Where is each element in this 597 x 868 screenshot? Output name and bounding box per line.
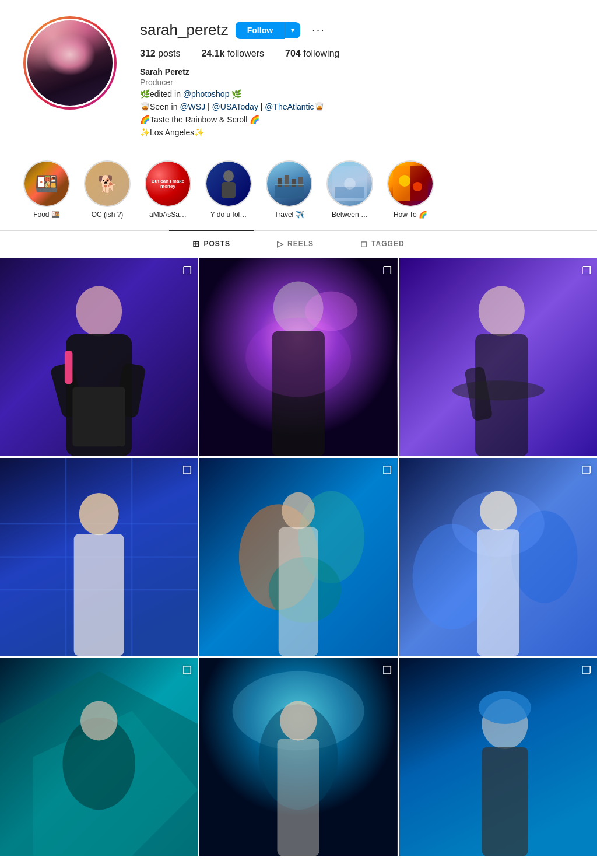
- svg-point-31: [452, 380, 544, 400]
- svg-rect-7: [275, 184, 304, 185]
- multi-post-icon-5: ❐: [382, 464, 392, 477]
- tab-tagged[interactable]: ◻ TAGGED: [337, 230, 427, 257]
- svg-point-13: [399, 175, 410, 187]
- svg-point-10: [344, 178, 356, 190]
- grid-icon: ⊞: [192, 239, 200, 249]
- highlight-between[interactable]: Between …: [326, 160, 373, 219]
- bio-line-2: 🥃Seen in @WSJ | @USAToday | @TheAtlantic…: [140, 101, 574, 113]
- tab-posts[interactable]: ⊞ POSTS: [169, 230, 254, 257]
- avatar[interactable]: [23, 16, 117, 110]
- avatar-wrapper: [23, 16, 117, 110]
- svg-rect-45: [279, 527, 318, 656]
- svg-point-44: [282, 492, 315, 529]
- multi-post-icon-2: ❐: [382, 264, 392, 277]
- post-item-2[interactable]: ❐: [199, 258, 397, 456]
- svg-rect-39: [74, 534, 124, 656]
- posts-grid: ❐ ❐: [0, 257, 597, 858]
- svg-rect-5: [292, 179, 296, 187]
- display-name: Sarah Peretz: [140, 67, 574, 76]
- bio-section: Sarah Peretz Producer 🌿edited in @photos…: [140, 67, 574, 139]
- tabs-section: ⊞ POSTS ▷ REELS ◻ TAGGED: [0, 230, 597, 257]
- svg-point-60: [280, 701, 317, 740]
- multi-post-icon-3: ❐: [582, 264, 591, 277]
- svg-rect-64: [482, 747, 528, 856]
- more-options-button[interactable]: ···: [307, 21, 330, 39]
- svg-point-38: [79, 493, 119, 535]
- profile-top-row: sarah_peretz Follow ▾ ···: [140, 21, 574, 39]
- reel-icon: ▷: [277, 239, 284, 249]
- stats-row: 312 posts 24.1k followers 704 following: [140, 48, 574, 59]
- post-item-7[interactable]: ❐: [0, 658, 198, 856]
- highlight-circle-food: 🍱: [23, 160, 70, 207]
- bio-line-4: ✨Los Angeles✨: [140, 127, 574, 139]
- posts-stat: 312 posts: [140, 48, 180, 59]
- highlight-label-oc: OC (ish ?): [92, 211, 124, 219]
- highlight-ydo[interactable]: Y do u fol…: [205, 160, 252, 219]
- highlight-ambassa[interactable]: But can I make money aMbAsSa…: [145, 160, 191, 219]
- svg-point-28: [478, 286, 524, 337]
- username: sarah_peretz: [140, 21, 229, 39]
- post-item-4[interactable]: ❐: [0, 458, 198, 656]
- highlight-label-food: Food 🍱: [33, 211, 60, 219]
- svg-point-0: [223, 170, 234, 182]
- profile-title: Producer: [140, 78, 574, 87]
- multi-post-icon-1: ❐: [182, 264, 192, 277]
- multi-post-icon-6: ❐: [582, 464, 591, 477]
- svg-rect-20: [72, 387, 125, 447]
- highlight-circle-travel: [266, 160, 312, 207]
- profile-header: sarah_peretz Follow ▾ ··· 312 posts 24.1…: [0, 0, 597, 151]
- post-item-1[interactable]: ❐: [0, 258, 198, 456]
- bio-line-1: 🌿edited in @photoshop 🌿: [140, 88, 574, 100]
- multi-post-icon-7: ❐: [182, 664, 192, 677]
- highlight-label-ydo: Y do u fol…: [210, 211, 247, 219]
- svg-rect-6: [298, 177, 303, 187]
- svg-rect-21: [65, 351, 73, 384]
- highlight-food[interactable]: 🍱 Food 🍱: [23, 160, 70, 219]
- chevron-down-icon: ▾: [291, 26, 294, 34]
- tab-reels[interactable]: ▷ REELS: [254, 230, 337, 257]
- highlight-oc[interactable]: 🐕 OC (ish ?): [84, 160, 131, 219]
- highlight-howto[interactable]: How To 🌈: [387, 160, 434, 219]
- tag-icon: ◻: [360, 239, 368, 249]
- highlight-label-howto: How To 🌈: [394, 211, 427, 219]
- highlight-circle-howto: [387, 160, 434, 207]
- highlight-travel[interactable]: Travel ✈️: [266, 160, 312, 219]
- multi-post-icon-9: ❐: [582, 664, 591, 677]
- multi-post-icon-8: ❐: [382, 664, 392, 677]
- post-item-6[interactable]: ❐: [399, 458, 597, 656]
- highlight-circle-ambassa: But can I make money: [145, 160, 191, 207]
- following-stat[interactable]: 704 following: [285, 48, 339, 59]
- followers-stat[interactable]: 24.1k followers: [201, 48, 264, 59]
- follow-button[interactable]: Follow: [236, 22, 285, 39]
- highlight-circle-oc: 🐕: [84, 160, 131, 207]
- svg-rect-51: [477, 530, 519, 656]
- svg-rect-61: [278, 738, 319, 856]
- follow-dropdown-button[interactable]: ▾: [285, 22, 300, 38]
- svg-point-14: [413, 182, 422, 191]
- follow-button-group: Follow ▾: [236, 22, 300, 39]
- post-item-8[interactable]: ❐: [199, 658, 397, 856]
- highlight-label-travel: Travel ✈️: [274, 211, 304, 219]
- post-item-5[interactable]: ❐: [199, 458, 397, 656]
- tab-posts-label: POSTS: [203, 240, 230, 248]
- highlight-circle-between: [326, 160, 373, 207]
- svg-point-56: [80, 701, 117, 740]
- bio-line-3: 🌈Taste the Rainbow & Scroll 🌈: [140, 114, 574, 126]
- tab-reels-label: REELS: [287, 240, 314, 248]
- svg-rect-3: [278, 178, 282, 187]
- post-item-9[interactable]: ❐: [399, 658, 597, 856]
- svg-rect-1: [222, 182, 236, 198]
- svg-point-65: [478, 691, 531, 724]
- post-item-3[interactable]: ❐: [399, 258, 597, 456]
- svg-point-16: [76, 286, 122, 337]
- highlight-label-between: Between …: [332, 211, 368, 219]
- highlight-circle-ydo: [205, 160, 252, 207]
- svg-point-50: [480, 491, 517, 531]
- svg-point-26: [305, 292, 357, 331]
- highlight-label-ambassa: aMbAsSa…: [149, 211, 187, 219]
- tab-tagged-label: TAGGED: [371, 240, 404, 248]
- profile-info: sarah_peretz Follow ▾ ··· 312 posts 24.1…: [140, 16, 574, 139]
- multi-post-icon-4: ❐: [182, 464, 192, 477]
- highlights-section: 🍱 Food 🍱 🐕 OC (ish ?) But can I make mon…: [0, 151, 597, 230]
